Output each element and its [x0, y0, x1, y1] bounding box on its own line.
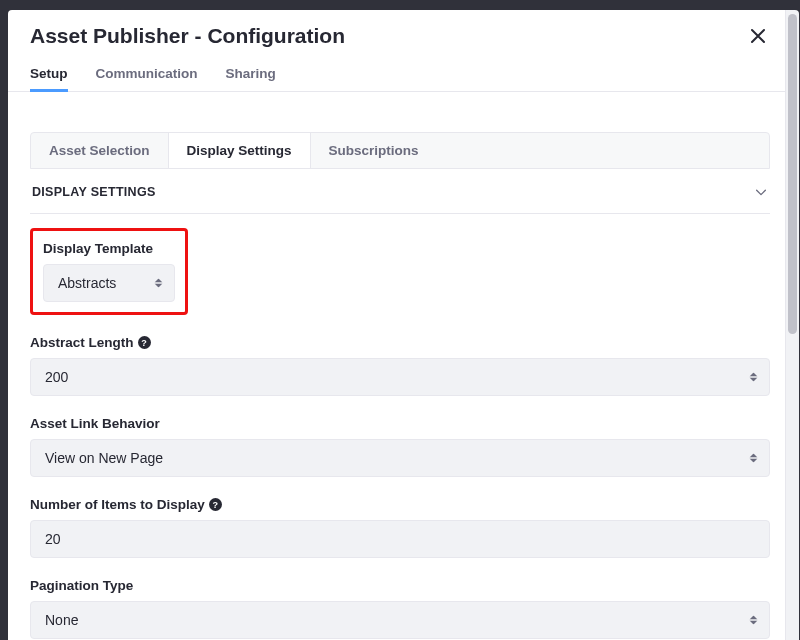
display-template-select[interactable]: Abstracts: [43, 264, 175, 302]
modal-title: Asset Publisher - Configuration: [30, 24, 345, 48]
tab-setup[interactable]: Setup: [30, 58, 68, 91]
field-pagination-type: Pagination Type None: [30, 578, 770, 639]
abstract-length-select[interactable]: 200: [30, 358, 770, 396]
subtab-asset-selection[interactable]: Asset Selection: [31, 133, 169, 168]
section-header-display-settings[interactable]: Display Settings: [30, 169, 770, 214]
tab-communication[interactable]: Communication: [96, 58, 198, 91]
sort-icon: [152, 279, 164, 288]
sort-icon: [747, 616, 759, 625]
field-label: Abstract Length ?: [30, 335, 770, 350]
select-value: View on New Page: [45, 450, 163, 466]
field-label: Display Template: [43, 241, 175, 256]
asset-link-behavior-select[interactable]: View on New Page: [30, 439, 770, 477]
field-abstract-length: Abstract Length ? 200: [30, 335, 770, 396]
highlight-box: Display Template Abstracts: [30, 228, 188, 315]
close-button[interactable]: [746, 24, 770, 48]
section-title: Display Settings: [32, 185, 156, 199]
scrollbar[interactable]: [785, 10, 799, 640]
field-label: Pagination Type: [30, 578, 770, 593]
pagination-type-select[interactable]: None: [30, 601, 770, 639]
scrollbar-thumb[interactable]: [788, 14, 797, 334]
sort-icon: [747, 454, 759, 463]
configuration-modal: Asset Publisher - Configuration Setup Co…: [8, 10, 792, 640]
field-display-template: Display Template Abstracts: [30, 228, 770, 315]
select-value: 20: [45, 531, 61, 547]
number-of-items-select[interactable]: 20: [30, 520, 770, 558]
help-icon[interactable]: ?: [209, 498, 222, 511]
subtab-subscriptions[interactable]: Subscriptions: [311, 133, 437, 168]
chevron-down-icon: [754, 185, 768, 199]
field-label: Number of Items to Display ?: [30, 497, 770, 512]
modal-body: Asset Selection Display Settings Subscri…: [8, 92, 792, 640]
select-value: None: [45, 612, 78, 628]
sort-icon: [747, 373, 759, 382]
subtab-display-settings[interactable]: Display Settings: [169, 133, 311, 168]
top-tabs: Setup Communication Sharing: [8, 58, 792, 92]
select-value: 200: [45, 369, 68, 385]
field-number-of-items: Number of Items to Display ? 20: [30, 497, 770, 558]
section-body-display-settings: Display Template Abstracts Abstract Leng…: [30, 214, 770, 640]
help-icon[interactable]: ?: [138, 336, 151, 349]
sub-tabs: Asset Selection Display Settings Subscri…: [30, 132, 770, 169]
select-value: Abstracts: [58, 275, 116, 291]
modal-header: Asset Publisher - Configuration: [8, 10, 792, 58]
close-icon: [750, 28, 766, 44]
tab-sharing[interactable]: Sharing: [226, 58, 276, 91]
field-asset-link-behavior: Asset Link Behavior View on New Page: [30, 416, 770, 477]
field-label: Asset Link Behavior: [30, 416, 770, 431]
